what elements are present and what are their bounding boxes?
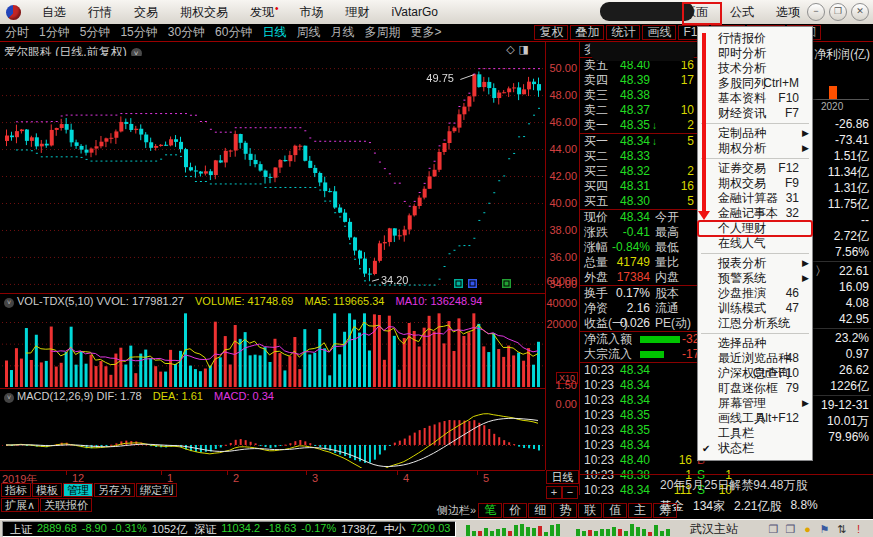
indicator-tab-管理[interactable]: 管理 (63, 483, 93, 497)
indicator-tab-绑定到[interactable]: 绑定到 (136, 483, 177, 497)
market-mini-chart-1[interactable] (466, 523, 566, 536)
close-button[interactable]: ✕ (851, 3, 869, 21)
menu-item-屏幕管理[interactable]: 屏幕管理▶ (698, 396, 812, 411)
menu-item-训练模式[interactable]: 训练模式47 (698, 301, 812, 316)
mini-tab-价[interactable]: 价 (503, 503, 527, 518)
indicator-tab-模板[interactable]: 模板 (32, 483, 62, 497)
menubar-item-行情[interactable]: 行情 (77, 0, 123, 24)
menu-item-金融记事本[interactable]: 金融记事本32 (698, 206, 812, 221)
period-周线[interactable]: 周线 (294, 24, 322, 41)
sidebar-toggle[interactable]: 侧边栏» (437, 503, 476, 518)
updown-icon[interactable]: ⇅ (835, 523, 848, 536)
menu-item-江恩分析系统[interactable]: 江恩分析系统 (698, 316, 812, 331)
period-分时[interactable]: 分时 (3, 24, 31, 41)
mini-tab-联[interactable]: 联 (578, 503, 602, 518)
coin-icon[interactable]: ● (801, 523, 814, 536)
expander-icon[interactable]: 〉 (815, 263, 827, 279)
function-dropdown-menu: 行情报价即时分析技术分析多股同列Ctrl+M基本资料F10财经资讯F7定制品种▶… (697, 26, 813, 461)
restore-button[interactable]: ❐ (829, 3, 847, 21)
period-日线[interactable]: 日线 (260, 24, 288, 41)
mini-bar (588, 530, 592, 536)
period-月线[interactable]: 月线 (328, 24, 356, 41)
menu-item-技术分析[interactable]: 技术分析 (698, 61, 812, 76)
server-station-label[interactable]: 武汉主站 (690, 521, 738, 537)
menu-item-定制品种[interactable]: 定制品种▶ (698, 126, 812, 141)
menu-item-基本资料[interactable]: 基本资料F10 (698, 91, 812, 106)
menu-item-期权分析[interactable]: 期权分析▶ (698, 141, 812, 156)
menu-item-期权交易[interactable]: 期权交易F9 (698, 176, 812, 191)
menubar-item-选项[interactable]: 选项 (765, 0, 811, 24)
tool-叠加[interactable]: 叠加 (570, 25, 604, 40)
menu-item-在线人气[interactable]: 在线人气 (698, 236, 812, 251)
zoom-out-button[interactable]: − (562, 486, 578, 499)
menu-item-状态栏[interactable]: ✔状态栏 (698, 441, 812, 456)
period-30分钟[interactable]: 30分钟 (166, 24, 207, 41)
menu-item-金融计算器[interactable]: 金融计算器31 (698, 191, 812, 206)
menubar-item-期权交易[interactable]: 期权交易 (169, 0, 239, 24)
period-多周期[interactable]: 多周期 (362, 24, 402, 41)
menu-item-即时分析[interactable]: 即时分析 (698, 46, 812, 61)
diamond-icon[interactable]: ◇ (506, 43, 518, 55)
period-60分钟[interactable]: 60分钟 (213, 24, 254, 41)
indicator-tab-指标[interactable]: 指标 (1, 483, 31, 497)
bid-label: 买四 (584, 179, 608, 194)
price-label: 50.00 (549, 62, 577, 74)
indicator-tab-另存为[interactable]: 另存为 (94, 483, 135, 497)
market-mini-chart-2[interactable] (576, 523, 676, 536)
zoom-in-button[interactable]: + (546, 486, 562, 499)
alert-icon[interactable]: ! (852, 523, 865, 536)
volume-chart[interactable] (2, 309, 544, 387)
menu-item-行情报价[interactable]: 行情报价 (698, 31, 812, 46)
menu-item-盯盘迷你框[interactable]: 盯盘迷你框79 (698, 381, 812, 396)
menu-item-个人理财[interactable]: 个人理财 (698, 221, 812, 236)
linked-quote-button[interactable]: 关联报价 (40, 498, 92, 512)
menubar-item-理财[interactable]: 理财 (335, 0, 381, 24)
mini-tab-势[interactable]: 势 (553, 503, 577, 518)
mini-tab-值[interactable]: 值 (603, 503, 627, 518)
menubar-item-iVatarGo[interactable]: iVatarGo (381, 0, 449, 24)
tool-复权[interactable]: 复权 (534, 25, 568, 40)
menubar-item-市场[interactable]: 市场 (289, 0, 335, 24)
mini-tab-笔[interactable]: 笔 (478, 503, 502, 518)
minimize-button[interactable]: − (807, 3, 825, 21)
collapse-icon[interactable]: ˅ (4, 393, 14, 403)
macd-chart[interactable] (2, 404, 544, 468)
index-quote-中小[interactable]: 中小7209.03-14.99-0.21%785.5亿 (384, 522, 456, 537)
mini-tab-主[interactable]: 主 (628, 503, 652, 518)
menu-item-财经资讯[interactable]: 财经资讯F7 (698, 106, 812, 121)
index-quote-上证[interactable]: 上证2889.68-8.90-0.31%1052亿 (10, 522, 187, 537)
menu-item-预警系统[interactable]: 预警系统▶ (698, 271, 812, 286)
menu-item-沪深权息查询[interactable]: 沪深权息查询Ctrl+F10 (698, 366, 812, 381)
index-quote-深证[interactable]: 深证11034.2-18.63-0.17%1738亿 (194, 522, 377, 537)
collapse-icon[interactable]: ˅ (4, 298, 14, 308)
period-15分钟[interactable]: 15分钟 (118, 24, 159, 41)
period-1分钟[interactable]: 1分钟 (37, 24, 72, 41)
mini-tab-细[interactable]: 细 (528, 503, 552, 518)
menu-item-多股同列[interactable]: 多股同列Ctrl+M (698, 76, 812, 91)
layout-1-icon[interactable]: ❐ (767, 523, 780, 536)
panel-icon[interactable]: ◨ (519, 43, 533, 55)
menu-item-选择品种[interactable]: 选择品种 (698, 336, 812, 351)
layout-2-icon[interactable]: ❐ (784, 523, 797, 536)
menubar-item-自选[interactable]: 自选 (31, 0, 77, 24)
index-quotes-inset[interactable]: 上证2889.68-8.90-0.31%1052亿深证11034.2-18.63… (2, 521, 456, 537)
period-indicator[interactable]: 日线 (546, 470, 579, 484)
menu-item-报表分析[interactable]: 报表分析▶ (698, 256, 812, 271)
menu-item-最近浏览品种[interactable]: 最近浏览品种48 (698, 351, 812, 366)
expand-button[interactable]: 扩展∧ (1, 498, 39, 512)
menu-item-沙盘推演[interactable]: 沙盘推演46 (698, 286, 812, 301)
menu-item-画线工具[interactable]: 画线工具Alt+F12 (698, 411, 812, 426)
flag-icon[interactable]: ⚑ (818, 523, 831, 536)
menubar-item-公式[interactable]: 公式 (719, 0, 765, 24)
candlestick-chart[interactable] (2, 56, 544, 292)
menubar-item-交易[interactable]: 交易 (123, 0, 169, 24)
info-label2: 流通 (655, 301, 679, 316)
menu-item-工具栏[interactable]: 工具栏 (698, 426, 812, 441)
mini-tab-筹[interactable]: 筹 (653, 503, 677, 518)
period-5分钟[interactable]: 5分钟 (78, 24, 113, 41)
tool-画线[interactable]: 画线 (642, 25, 676, 40)
tool-统计[interactable]: 统计 (606, 25, 640, 40)
period-更多>[interactable]: 更多> (408, 24, 443, 41)
menubar-item-发现[interactable]: 发现• (239, 0, 289, 25)
menu-item-证券交易[interactable]: 证券交易F12 (698, 161, 812, 176)
